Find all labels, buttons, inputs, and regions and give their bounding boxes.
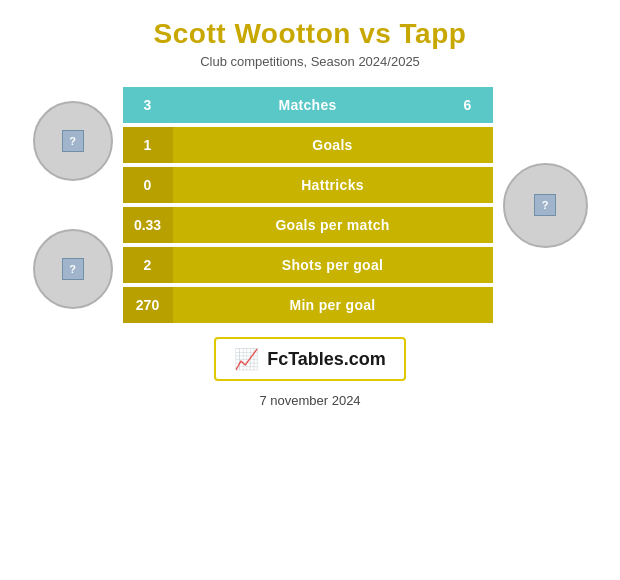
stat-right-matches: 6: [443, 87, 493, 123]
right-avatars: ?: [503, 163, 588, 248]
stat-row-hattricks: 0Hattricks: [123, 167, 493, 203]
left-avatars: ? ?: [33, 101, 113, 309]
logo-text: FcTables.com: [267, 349, 386, 370]
main-content: ? ? 3Matches61Goals0Hattricks0.33Goals p…: [0, 77, 620, 323]
stat-left-shots-per-goal: 2: [123, 247, 173, 283]
stat-left-goals: 1: [123, 127, 173, 163]
player2-avatar: ?: [33, 229, 113, 309]
player1-avatar: ?: [33, 101, 113, 181]
logo-box: 📈 FcTables.com: [214, 337, 406, 381]
stat-label-hattricks: Hattricks: [173, 167, 493, 203]
stat-row-min-per-goal: 270Min per goal: [123, 287, 493, 323]
page-subtitle: Club competitions, Season 2024/2025: [154, 54, 467, 69]
date-section: 7 november 2024: [259, 393, 360, 408]
opponent-placeholder: ?: [534, 194, 556, 216]
stat-label-min-per-goal: Min per goal: [173, 287, 493, 323]
stat-label-matches: Matches: [173, 87, 443, 123]
opponent-avatar: ?: [503, 163, 588, 248]
stat-left-matches: 3: [123, 87, 173, 123]
logo-icon: 📈: [234, 347, 259, 371]
stat-row-matches: 3Matches6: [123, 87, 493, 123]
stats-table: 3Matches61Goals0Hattricks0.33Goals per m…: [123, 87, 493, 323]
stat-label-goals-per-match: Goals per match: [173, 207, 493, 243]
stat-left-min-per-goal: 270: [123, 287, 173, 323]
player2-placeholder: ?: [62, 258, 84, 280]
stat-row-goals: 1Goals: [123, 127, 493, 163]
page-title: Scott Wootton vs Tapp: [154, 18, 467, 50]
stat-row-shots-per-goal: 2Shots per goal: [123, 247, 493, 283]
stat-label-goals: Goals: [173, 127, 493, 163]
logo-section: 📈 FcTables.com: [214, 337, 406, 381]
player1-placeholder: ?: [62, 130, 84, 152]
match-date: 7 november 2024: [259, 393, 360, 408]
header: Scott Wootton vs Tapp Club competitions,…: [134, 0, 487, 77]
stat-left-hattricks: 0: [123, 167, 173, 203]
stat-row-goals-per-match: 0.33Goals per match: [123, 207, 493, 243]
stat-left-goals-per-match: 0.33: [123, 207, 173, 243]
stat-label-shots-per-goal: Shots per goal: [173, 247, 493, 283]
